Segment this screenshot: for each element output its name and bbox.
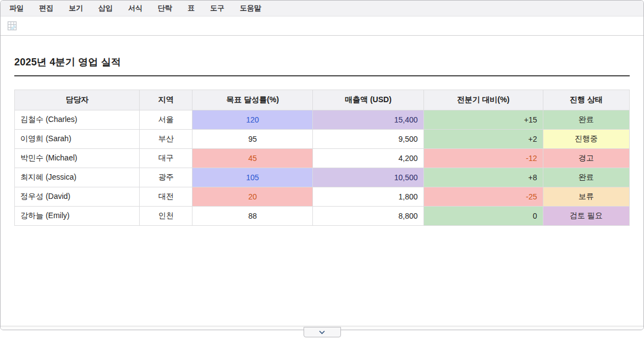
column-header-2[interactable]: 목표 달성률(%) bbox=[192, 90, 313, 110]
table-cell[interactable]: 최지혜 (Jessica) bbox=[15, 168, 140, 187]
table-cell[interactable]: 완료 bbox=[543, 168, 629, 187]
table-cell[interactable]: 대구 bbox=[140, 149, 192, 168]
table-cell[interactable]: 강하늘 (Emily) bbox=[15, 207, 140, 226]
table-cell[interactable]: 120 bbox=[192, 110, 313, 130]
menu-insert[interactable]: 삽입 bbox=[91, 1, 120, 16]
table-cell[interactable]: 0 bbox=[423, 207, 543, 226]
table-cell[interactable]: 1,800 bbox=[313, 187, 423, 207]
menu-help[interactable]: 도움말 bbox=[232, 1, 269, 16]
table-grid-icon bbox=[7, 21, 18, 31]
column-header-0[interactable]: 담당자 bbox=[15, 90, 140, 110]
table-cell[interactable]: 인천 bbox=[140, 207, 192, 226]
menu-paragraph[interactable]: 단락 bbox=[150, 1, 180, 16]
menu-format[interactable]: 서식 bbox=[120, 1, 150, 16]
table-cell[interactable]: 4,200 bbox=[313, 149, 423, 168]
table-cell[interactable]: 김철수 (Charles) bbox=[15, 110, 140, 130]
table-cell[interactable]: +15 bbox=[423, 110, 543, 130]
menu-tools[interactable]: 도구 bbox=[202, 1, 232, 16]
document-title[interactable]: 2025년 4분기 영업 실적 bbox=[14, 55, 630, 76]
menu-table[interactable]: 표 bbox=[180, 1, 202, 16]
expand-panel-button[interactable] bbox=[304, 327, 341, 337]
table-row: 최지혜 (Jessica)광주10510,500+8완료 bbox=[15, 168, 630, 187]
page: 파일 편집 보기 삽입 서식 단락 표 도구 도움말 bbox=[0, 0, 644, 339]
table-cell[interactable]: 20 bbox=[192, 187, 313, 207]
table-cell[interactable]: 부산 bbox=[140, 130, 192, 149]
header-row: 담당자지역목표 달성률(%)매출액 (USD)전분기 대비(%)진행 상태 bbox=[15, 90, 630, 110]
table-cell[interactable]: -25 bbox=[423, 187, 543, 207]
column-header-4[interactable]: 전분기 대비(%) bbox=[423, 90, 543, 110]
table-cell[interactable]: 95 bbox=[192, 130, 313, 149]
table-cell[interactable]: 정우성 (David) bbox=[15, 187, 140, 207]
table-cell[interactable]: 105 bbox=[192, 168, 313, 187]
table-cell[interactable]: 대전 bbox=[140, 187, 192, 207]
table-header: 담당자지역목표 달성률(%)매출액 (USD)전분기 대비(%)진행 상태 bbox=[15, 90, 630, 110]
toolbar bbox=[1, 16, 643, 36]
column-header-5[interactable]: 진행 상태 bbox=[543, 90, 629, 110]
menu-file[interactable]: 파일 bbox=[2, 1, 31, 16]
table-cell[interactable]: 9,500 bbox=[313, 130, 423, 149]
table-cell[interactable]: -12 bbox=[423, 149, 543, 168]
table-row: 이영희 (Sarah)부산959,500+2진행중 bbox=[15, 130, 630, 149]
column-header-3[interactable]: 매출액 (USD) bbox=[313, 90, 423, 110]
table-cell[interactable]: +2 bbox=[423, 130, 543, 149]
table-cell[interactable]: 경고 bbox=[543, 149, 629, 168]
table-cell[interactable]: 88 bbox=[192, 207, 313, 226]
table-cell[interactable]: +8 bbox=[423, 168, 543, 187]
table-cell[interactable]: 서울 bbox=[140, 110, 192, 130]
table-cell[interactable]: 박민수 (Michael) bbox=[15, 149, 140, 168]
table-cell[interactable]: 이영희 (Sarah) bbox=[15, 130, 140, 149]
table-body: 김철수 (Charles)서울12015,400+15완료이영희 (Sarah)… bbox=[15, 110, 630, 226]
table-row: 정우성 (David)대전201,800-25보류 bbox=[15, 187, 630, 207]
table-cell[interactable]: 완료 bbox=[543, 110, 629, 130]
table-cell[interactable]: 45 bbox=[192, 149, 313, 168]
table-cell[interactable]: 진행중 bbox=[543, 130, 629, 149]
chevron-down-icon bbox=[318, 330, 326, 335]
insert-table-button[interactable] bbox=[5, 19, 19, 32]
table-row: 강하늘 (Emily)인천888,8000검토 필요 bbox=[15, 207, 630, 226]
sales-table: 담당자지역목표 달성률(%)매출액 (USD)전분기 대비(%)진행 상태 김철… bbox=[14, 90, 630, 226]
table-cell[interactable]: 보류 bbox=[543, 187, 629, 207]
table-cell[interactable]: 10,500 bbox=[313, 168, 423, 187]
column-header-1[interactable]: 지역 bbox=[140, 90, 192, 110]
table-cell[interactable]: 검토 필요 bbox=[543, 207, 629, 226]
menubar: 파일 편집 보기 삽입 서식 단락 표 도구 도움말 bbox=[1, 1, 643, 16]
menu-view[interactable]: 보기 bbox=[61, 1, 91, 16]
table-cell[interactable]: 광주 bbox=[140, 168, 192, 187]
table-cell[interactable]: 15,400 bbox=[313, 110, 423, 130]
table-row: 박민수 (Michael)대구454,200-12경고 bbox=[15, 149, 630, 168]
table-row: 김철수 (Charles)서울12015,400+15완료 bbox=[15, 110, 630, 130]
menu-edit[interactable]: 편집 bbox=[31, 1, 61, 16]
app-window: 파일 편집 보기 삽입 서식 단락 표 도구 도움말 bbox=[0, 0, 644, 330]
table-cell[interactable]: 8,800 bbox=[313, 207, 423, 226]
document-area[interactable]: 2025년 4분기 영업 실적 담당자지역목표 달성률(%)매출액 (USD)전… bbox=[1, 36, 643, 226]
